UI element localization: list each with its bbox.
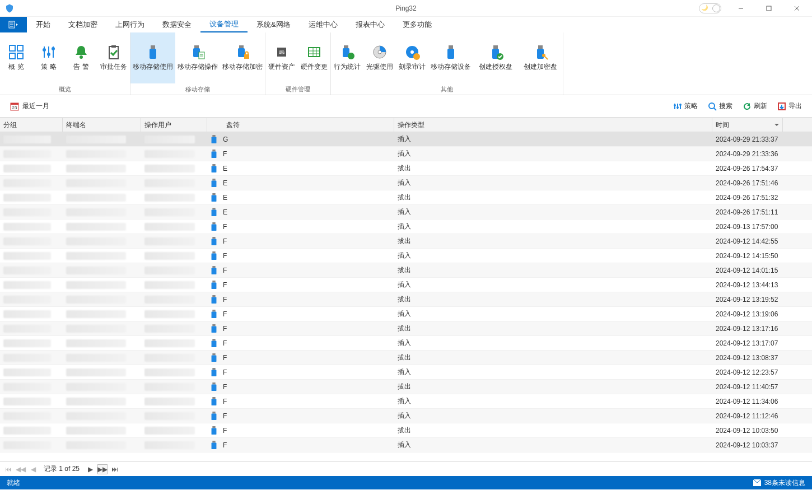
menu-tab-1[interactable]: 文档加密 [59,17,106,32]
menu-tab-6[interactable]: 运维中心 [300,17,347,32]
table-row[interactable]: G插入2024-09-29 21:33:37 [0,132,812,147]
usb-key-icon [533,44,548,60]
table-row[interactable]: F插入2024-09-29 21:33:36 [0,147,812,161]
toolbar-action-sliders[interactable]: 策略 [673,101,698,111]
ribbon-btn-其他-2[interactable]: 刻录审计 [396,32,428,83]
minimize-button[interactable] [728,0,754,17]
usb-icon [211,281,217,290]
grid-body: G插入2024-09-29 21:33:37F插入2024-09-29 21:3… [0,132,812,461]
menu-tab-0[interactable]: 开始 [27,17,59,32]
ribbon-btn-概览-0[interactable]: 概 览 [0,32,32,83]
table-row[interactable]: F拔出2024-09-12 10:03:50 [0,423,812,438]
table-row[interactable]: E插入2024-09-26 17:51:11 [0,205,812,220]
ribbon-btn-移动存储-0[interactable]: 移动存储使用 [130,32,175,83]
column-header-terminal[interactable]: 终端名 [63,118,141,132]
ribbon-btn-硬件管理-0[interactable]: CPU硬件资产 [265,32,298,83]
toolbar-action-search[interactable]: 搜索 [708,101,732,111]
table-row[interactable]: F插入2024-09-12 13:44:13 [0,278,812,292]
svg-rect-13 [150,49,156,59]
ribbon-btn-label: 告 警 [73,62,88,72]
menu-tab-7[interactable]: 报表中心 [347,17,394,32]
menu-tab-5[interactable]: 系统&网络 [248,17,300,32]
menu-tab-3[interactable]: 数据安全 [153,17,200,32]
ribbon-btn-其他-0[interactable]: 行为统计 [331,32,363,83]
toolbar-action-export[interactable]: 导出 [777,101,802,111]
table-row[interactable]: F插入2024-09-12 11:34:06 [0,394,812,409]
table-row[interactable]: F插入2024-09-12 11:12:46 [0,409,812,423]
table-row[interactable]: F拔出2024-09-12 13:17:16 [0,321,812,336]
ribbon-btn-其他-5[interactable]: 创建加密盘 [518,32,563,83]
pager-first[interactable]: ⏮ [3,464,13,474]
svg-rect-64 [212,251,215,254]
ribbon-btn-label: 概 览 [8,62,24,72]
file-menu-button[interactable] [0,17,27,32]
column-header-group[interactable]: 分组 [0,118,63,132]
cell-drive: F [223,150,227,158]
status-unread[interactable]: 38条未读信息 [764,478,805,488]
export-icon [777,102,786,111]
table-row[interactable]: F插入2024-09-12 14:15:50 [0,249,812,263]
pager-last[interactable]: ⏭ [110,464,120,474]
column-header-operation[interactable]: 操作类型 [394,118,712,132]
pager-prev[interactable]: ◀ [28,464,38,474]
ribbon-btn-移动存储-1[interactable]: 移动存储操作 [175,32,220,83]
date-range-label[interactable]: 最近一月 [22,101,49,111]
toolbar-action-refresh[interactable]: 刷新 [743,101,767,111]
table-row[interactable]: F插入2024-09-12 10:03:37 [0,438,812,452]
cell-time: 2024-09-12 11:34:06 [716,398,778,405]
column-header-time[interactable]: 时间 [712,118,783,132]
ribbon-btn-移动存储-2[interactable]: 移动存储加密 [220,32,265,83]
ribbon-btn-概览-1[interactable]: 策 略 [32,32,65,83]
table-row[interactable]: F拔出2024-09-12 13:08:37 [0,351,812,365]
table-row[interactable]: E拔出2024-09-26 17:51:32 [0,190,812,205]
theme-toggle[interactable] [699,3,721,13]
menu-tab-4[interactable]: 设备管理 [200,17,248,32]
table-row[interactable]: F拔出2024-09-12 11:40:57 [0,380,812,394]
svg-rect-33 [447,49,454,59]
ribbon-btn-其他-1[interactable]: 光驱使用 [363,32,396,83]
cell-time: 2024-09-29 21:33:37 [716,136,778,143]
ribbon-btn-概览-2[interactable]: 告 警 [65,32,97,83]
ribbon-btn-概览-3[interactable]: 审批任务 [97,32,130,83]
pager-prev-page[interactable]: ◀◀ [16,464,26,474]
cell-time: 2024-09-12 13:17:07 [716,339,778,347]
svg-rect-54 [212,179,215,181]
usb-icon [211,324,217,333]
cell-drive: F [223,237,227,245]
cell-op: 拔出 [398,236,411,246]
table-row[interactable]: F插入2024-09-12 12:23:57 [0,365,812,380]
svg-rect-87 [212,413,217,420]
cell-op: 插入 [398,280,411,290]
svg-rect-90 [212,441,215,443]
ribbon-btn-label: 创建加密盘 [524,62,557,72]
cell-time: 2024-09-12 12:23:57 [716,368,778,376]
table-row[interactable]: F插入2024-09-12 13:19:06 [0,307,812,321]
close-button[interactable] [784,0,810,17]
ribbon-btn-硬件管理-1[interactable]: 硬件变更 [298,32,330,83]
svg-rect-91 [212,442,217,449]
table-row[interactable]: F拔出2024-09-12 13:19:52 [0,292,812,307]
svg-rect-3 [17,45,23,51]
pager-next[interactable]: ▶ [85,464,95,474]
ribbon-btn-label: 硬件资产 [268,62,295,72]
table-row[interactable]: F拔出2024-09-12 14:01:15 [0,263,812,278]
table-row[interactable]: F拔出2024-09-12 14:42:55 [0,234,812,249]
svg-rect-0 [767,6,771,11]
usb-plain-icon [443,44,459,60]
usb-icon [211,368,217,377]
maximize-button[interactable] [756,0,782,17]
ribbon-btn-其他-3[interactable]: 移动存储设备 [428,32,473,83]
table-row[interactable]: F插入2024-09-13 17:57:00 [0,220,812,234]
column-header-drive[interactable]: 盘符 [207,118,394,132]
svg-point-6 [43,48,46,52]
svg-rect-2 [10,45,15,51]
column-header-user[interactable]: 操作用户 [141,118,207,132]
svg-rect-50 [212,150,215,152]
menu-tab-2[interactable]: 上网行为 [106,17,153,32]
ribbon-btn-其他-4[interactable]: 创建授权盘 [473,32,518,83]
table-row[interactable]: E插入2024-09-26 17:51:46 [0,176,812,190]
table-row[interactable]: F插入2024-09-12 13:17:07 [0,336,812,351]
pager-next-page[interactable]: ▶▶ [97,464,108,474]
menu-tab-8[interactable]: 更多功能 [394,17,441,32]
table-row[interactable]: E拔出2024-09-26 17:54:37 [0,161,812,176]
